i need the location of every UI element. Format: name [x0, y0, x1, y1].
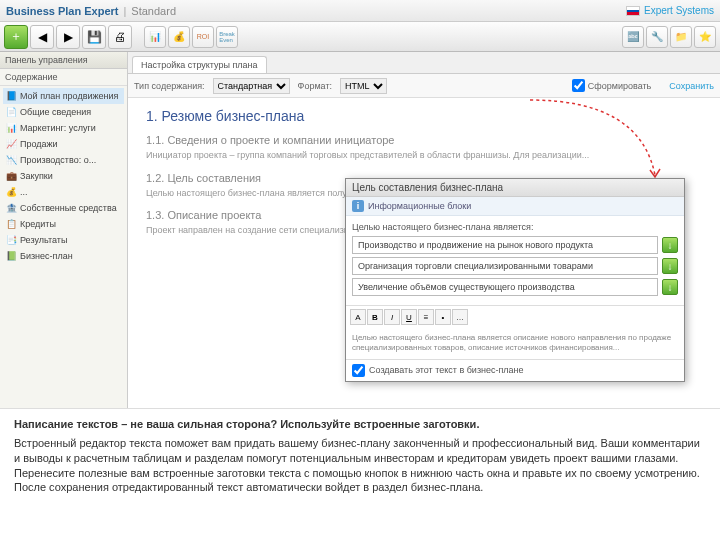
- edit-underline-button[interactable]: U: [401, 309, 417, 325]
- tree-label: Результаты: [20, 235, 67, 245]
- tree-icon: 📋: [5, 218, 17, 230]
- insert-down-button[interactable]: ↓: [662, 258, 678, 274]
- popup-subtitle-bar: i Информационные блоки: [346, 197, 684, 216]
- option-text: Организация торговли специализированными…: [352, 257, 658, 275]
- sidebar-item[interactable]: 🏦Собственные средства: [3, 200, 124, 216]
- popup-title: Цель составления бизнес-плана: [346, 179, 684, 197]
- goal-popup: Цель составления бизнес-плана i Информац…: [345, 178, 685, 382]
- tree-label: Собственные средства: [20, 203, 117, 213]
- sidebar-header: Панель управления: [0, 52, 127, 69]
- page-caption: Написание текстов – не ваша сильная стор…: [0, 408, 720, 540]
- popup-include-check[interactable]: [352, 364, 365, 377]
- tree-label: Продажи: [20, 139, 58, 149]
- nav-tree: 📘Мой план продвижения📄Общие сведения📊Мар…: [0, 86, 127, 266]
- tree-label: Закупки: [20, 171, 53, 181]
- edit-italic-button[interactable]: I: [384, 309, 400, 325]
- caption-body: Встроенный редактор текста поможет вам п…: [14, 436, 706, 495]
- doc-h1: 1. Резюме бизнес-плана: [146, 108, 702, 124]
- tool-d-icon[interactable]: ⭐: [694, 26, 716, 48]
- sidebar-item[interactable]: 💼Закупки: [3, 168, 124, 184]
- tool-chart-icon[interactable]: 📊: [144, 26, 166, 48]
- tree-label: Мой план продвижения: [20, 91, 118, 101]
- popup-footer: Создавать этот текст в бизнес-плане: [346, 359, 684, 381]
- tree-icon: 📘: [5, 90, 17, 102]
- doc-p-1: Инициатор проекта – группа компаний торг…: [146, 150, 702, 162]
- sidebar-item[interactable]: 📑Результаты: [3, 232, 124, 248]
- back-button[interactable]: ◀: [30, 25, 54, 49]
- sidebar-item[interactable]: 📘Мой план продвижения: [3, 88, 124, 104]
- opt-save-link[interactable]: Сохранить: [669, 81, 714, 91]
- opt-generate-check[interactable]: Сформировать: [572, 79, 651, 92]
- app-name: Business Plan Expert: [6, 5, 119, 17]
- tree-icon: 📉: [5, 154, 17, 166]
- insert-down-button[interactable]: ↓: [662, 279, 678, 295]
- tool-a-icon[interactable]: 🔤: [622, 26, 644, 48]
- opt-select-format[interactable]: HTML: [340, 78, 387, 94]
- tree-icon: 📄: [5, 106, 17, 118]
- title-bar: Business Plan Expert | Standard Expert S…: [0, 0, 720, 22]
- tool-roi-icon[interactable]: ROI: [192, 26, 214, 48]
- popup-editor[interactable]: Целью настоящего бизнес-плана является о…: [346, 328, 684, 359]
- tree-label: Кредиты: [20, 219, 56, 229]
- tab-structure[interactable]: Настройка структуры плана: [132, 56, 267, 73]
- popup-label: Целью настоящего бизнес-плана является:: [352, 222, 678, 232]
- sidebar-item[interactable]: 📉Производство: о...: [3, 152, 124, 168]
- tree-icon: 🏦: [5, 202, 17, 214]
- print-button[interactable]: 🖨: [108, 25, 132, 49]
- tool-break-icon[interactable]: BreakEven: [216, 26, 238, 48]
- tree-label: Бизнес-план: [20, 251, 73, 261]
- tree-label: ...: [20, 187, 28, 197]
- tree-label: Производство: о...: [20, 155, 96, 165]
- opt-select-type[interactable]: Стандартная: [213, 78, 290, 94]
- option-text: Увеличение объёмов существующего произво…: [352, 278, 658, 296]
- add-button[interactable]: ＋: [4, 25, 28, 49]
- tree-icon: 📊: [5, 122, 17, 134]
- sidebar-item[interactable]: 📊Маркетинг: услуги: [3, 120, 124, 136]
- options-bar: Тип содержания: Стандартная Формат: HTML…: [128, 74, 720, 98]
- tree-icon: 📈: [5, 138, 17, 150]
- tree-icon: 📗: [5, 250, 17, 262]
- tree-label: Маркетинг: услуги: [20, 123, 96, 133]
- tab-bar: Настройка структуры плана: [128, 52, 720, 74]
- doc-h2-1: 1.1. Сведения о проекте и компании иници…: [146, 134, 702, 146]
- sidebar: Панель управления Содержание 📘Мой план п…: [0, 52, 128, 408]
- edit-font-button[interactable]: A: [350, 309, 366, 325]
- sidebar-subheader: Содержание: [0, 69, 127, 86]
- sidebar-item[interactable]: 💰...: [3, 184, 124, 200]
- insert-down-button[interactable]: ↓: [662, 237, 678, 253]
- tool-money-icon[interactable]: 💰: [168, 26, 190, 48]
- brand-area: Expert Systems: [626, 5, 714, 16]
- edit-list-button[interactable]: •: [435, 309, 451, 325]
- sidebar-item[interactable]: 📄Общие сведения: [3, 104, 124, 120]
- caption-heading: Написание текстов – не ваша сильная стор…: [14, 417, 706, 432]
- edit-align-button[interactable]: ≡: [418, 309, 434, 325]
- tree-label: Общие сведения: [20, 107, 91, 117]
- popup-toolbar: A B I U ≡ • …: [346, 305, 684, 328]
- info-icon: i: [352, 200, 364, 212]
- tree-icon: 💰: [5, 186, 17, 198]
- edit-more-button[interactable]: …: [452, 309, 468, 325]
- tool-b-icon[interactable]: 🔧: [646, 26, 668, 48]
- flag-icon[interactable]: [626, 6, 640, 16]
- sidebar-item[interactable]: 📈Продажи: [3, 136, 124, 152]
- save-button[interactable]: 💾: [82, 25, 106, 49]
- sidebar-item[interactable]: 📋Кредиты: [3, 216, 124, 232]
- tool-c-icon[interactable]: 📁: [670, 26, 692, 48]
- tree-icon: 💼: [5, 170, 17, 182]
- edit-bold-button[interactable]: B: [367, 309, 383, 325]
- forward-button[interactable]: ▶: [56, 25, 80, 49]
- opt-label-format: Формат:: [298, 81, 332, 91]
- app-mode: Standard: [131, 5, 176, 17]
- option-text: Производство и продвижение на рынок ново…: [352, 236, 658, 254]
- opt-label-type: Тип содержания:: [134, 81, 205, 91]
- sidebar-item[interactable]: 📗Бизнес-план: [3, 248, 124, 264]
- main-toolbar: ＋ ◀ ▶ 💾 🖨 📊 💰 ROI BreakEven 🔤 🔧 📁 ⭐: [0, 22, 720, 52]
- tree-icon: 📑: [5, 234, 17, 246]
- brand-label: Expert Systems: [644, 5, 714, 16]
